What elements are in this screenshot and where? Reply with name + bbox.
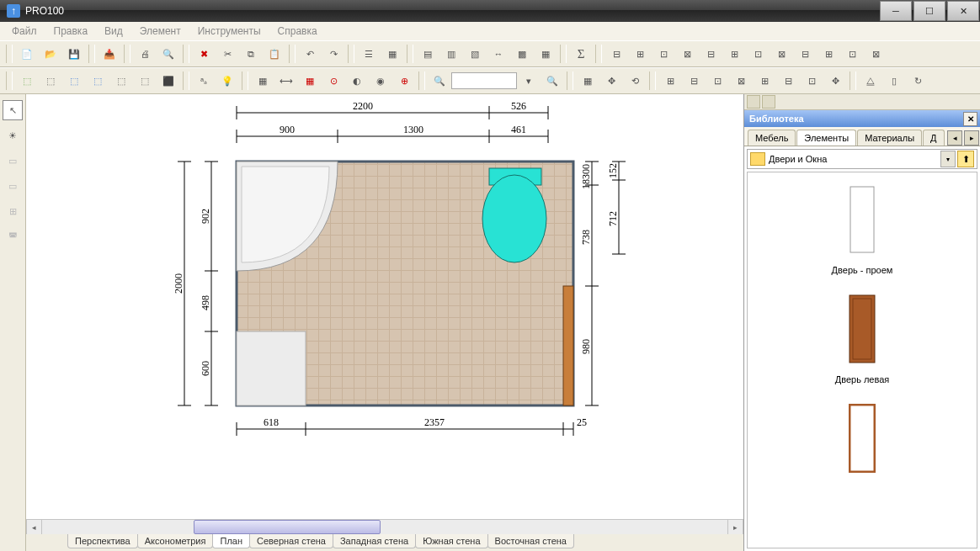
menu-tools[interactable]: Инструменты (189, 25, 269, 37)
snap4-button[interactable]: ⊠ (731, 71, 751, 91)
lib-ico2[interactable] (762, 95, 775, 109)
mirror-button[interactable]: ⧋ (860, 71, 881, 91)
scroll-thumb-h[interactable] (194, 520, 381, 534)
tool-d[interactable]: ▦ (578, 71, 598, 91)
library-close-button[interactable]: ✕ (963, 112, 977, 126)
cube3-button[interactable]: ⬚ (64, 71, 84, 91)
tool-a[interactable]: ▦ (253, 71, 273, 91)
library-tab-more[interactable]: Д (923, 130, 944, 146)
view3-button[interactable]: ▧ (465, 44, 485, 64)
menu-edit[interactable]: Правка (45, 25, 97, 37)
view4-button[interactable]: ↔ (488, 44, 509, 64)
menu-element[interactable]: Элемент (131, 25, 189, 37)
align10-button[interactable]: ⊞ (818, 44, 839, 64)
cube4-button[interactable]: ⬚ (88, 71, 108, 91)
layer-button[interactable]: ▦ (382, 44, 402, 64)
align3-button[interactable]: ⊡ (653, 44, 674, 64)
print-button[interactable]: 🖨 (135, 44, 155, 64)
save-button[interactable]: 💾 (64, 44, 84, 64)
target-button[interactable]: ⊕ (394, 71, 414, 91)
view-tab-axonometry[interactable]: Аксонометрия (137, 534, 214, 548)
maximize-button[interactable]: ☐ (913, 1, 945, 21)
library-tab-materials[interactable]: Материалы (857, 130, 922, 146)
tool-l4[interactable]: ◚ (3, 226, 23, 246)
library-item[interactable] (786, 396, 938, 484)
paste-button[interactable]: 📋 (264, 44, 285, 64)
sigma-button[interactable]: Σ (571, 44, 591, 64)
tool-c[interactable]: ◉ (370, 71, 391, 91)
view-tab-south-wall[interactable]: Южная стена (415, 534, 487, 548)
undo-button[interactable]: ↶ (300, 44, 320, 64)
snap5-button[interactable]: ⊞ (754, 71, 775, 91)
canvas-viewport[interactable]: 2200 526 900 1300 461 (26, 94, 743, 519)
text-button[interactable]: ªₐ (194, 71, 214, 91)
scroll-left-button[interactable]: ◂ (26, 519, 42, 535)
light-tool[interactable]: ☀ (3, 125, 23, 146)
import-button[interactable]: 📥 (99, 44, 120, 64)
snap3-button[interactable]: ⊡ (707, 71, 727, 91)
zoom-dropdown-button[interactable]: ▾ (519, 71, 539, 91)
snap6-button[interactable]: ⊟ (778, 71, 798, 91)
move-button[interactable]: ✥ (601, 71, 621, 91)
library-tab-next-button[interactable]: ▸ (964, 130, 979, 146)
select-tool[interactable]: ↖ (3, 100, 23, 120)
menu-view[interactable]: Вид (96, 25, 131, 37)
cut-button[interactable]: ✂ (217, 44, 237, 64)
tool-b[interactable]: ◐ (347, 71, 367, 91)
view-tab-plan[interactable]: План (212, 534, 250, 548)
delete-button[interactable]: ✖ (194, 44, 214, 64)
cube2-button[interactable]: ⬚ (40, 71, 61, 91)
minimize-button[interactable]: ─ (880, 1, 912, 21)
light-button[interactable]: 💡 (217, 71, 237, 91)
view2-button[interactable]: ▥ (441, 44, 461, 64)
view1-button[interactable]: ▤ (418, 44, 438, 64)
library-tab-prev-button[interactable]: ◂ (947, 130, 962, 146)
scroll-right-button[interactable]: ▸ (727, 519, 743, 535)
rotate-button[interactable]: ⟲ (625, 71, 645, 91)
open-button[interactable]: 📂 (40, 44, 61, 64)
library-item[interactable]: Дверь - проем (786, 177, 938, 275)
view6-button[interactable]: ▦ (535, 44, 556, 64)
zoom-input[interactable] (451, 72, 517, 89)
library-folder-up-button[interactable]: ⬆ (957, 151, 974, 167)
tool-f[interactable]: ↻ (908, 71, 928, 91)
library-folder-select[interactable]: Двери и Окна ▾ ⬆ (747, 149, 977, 169)
library-tab-elements[interactable]: Элементы (796, 130, 856, 146)
align11-button[interactable]: ⊡ (842, 44, 862, 64)
zoom-fit-button[interactable]: 🔍 (542, 71, 562, 91)
snap2-button[interactable]: ⊟ (684, 71, 704, 91)
align2-button[interactable]: ⊞ (630, 44, 650, 64)
scrollbar-horizontal[interactable]: ◂ ▸ (26, 519, 743, 534)
close-button[interactable]: ✕ (947, 1, 979, 21)
tool-e[interactable]: ▯ (884, 71, 904, 91)
align6-button[interactable]: ⊞ (724, 44, 744, 64)
align9-button[interactable]: ⊟ (795, 44, 815, 64)
align8-button[interactable]: ⊠ (771, 44, 791, 64)
redo-button[interactable]: ↷ (323, 44, 344, 64)
cube6-button[interactable]: ⬚ (135, 71, 155, 91)
cube1-button[interactable]: ⬚ (17, 71, 37, 91)
snap1-button[interactable]: ⊞ (660, 71, 680, 91)
view-tab-west-wall[interactable]: Западная стена (333, 534, 416, 548)
menu-file[interactable]: Файл (3, 25, 45, 37)
library-folder-dropdown-button[interactable]: ▾ (940, 151, 956, 167)
library-item[interactable]: Дверь левая (786, 287, 938, 384)
menu-help[interactable]: Справка (269, 25, 326, 37)
library-tab-furniture[interactable]: Мебель (748, 130, 796, 146)
snap-button[interactable]: ⊙ (323, 71, 344, 91)
align5-button[interactable]: ⊟ (700, 44, 721, 64)
new-button[interactable]: 📄 (17, 44, 37, 64)
view5-button[interactable]: ▩ (512, 44, 532, 64)
view-tab-perspective[interactable]: Перспектива (67, 534, 138, 548)
cube7-button[interactable]: ⬛ (158, 71, 178, 91)
tool-l1[interactable]: ▭ (3, 151, 23, 171)
align1-button[interactable]: ⊟ (606, 44, 626, 64)
tool-l2[interactable]: ▭ (3, 176, 23, 196)
grid-button[interactable]: ▦ (300, 71, 320, 91)
props-button[interactable]: ☰ (359, 44, 379, 64)
view-tab-east-wall[interactable]: Восточная стена (487, 534, 574, 548)
snap7-button[interactable]: ⊡ (802, 71, 822, 91)
cube5-button[interactable]: ⬚ (111, 71, 131, 91)
preview-button[interactable]: 🔍 (158, 44, 178, 64)
lib-ico1[interactable] (747, 95, 760, 109)
